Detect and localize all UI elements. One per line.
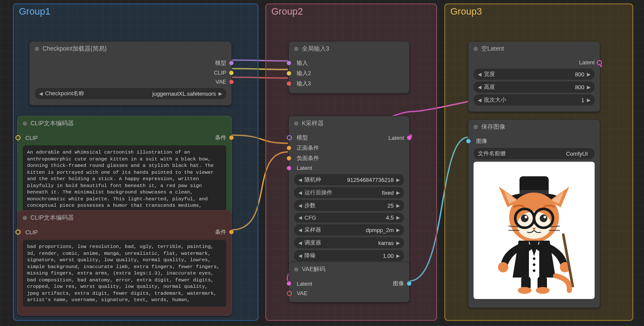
- param-seed[interactable]: ◀ 随机种 912546847736218 ▶: [294, 174, 404, 185]
- chevron-left-icon[interactable]: ◀: [298, 203, 302, 208]
- positive-prompt-text[interactable]: An adorable and whimsical cartoonish ill…: [23, 145, 226, 219]
- clip-neg-input-label: CLIP: [25, 229, 38, 235]
- port-latent-out[interactable]: [407, 136, 411, 140]
- port-latent-in[interactable]: [287, 166, 291, 170]
- chevron-left-icon[interactable]: ◀: [478, 97, 481, 103]
- param-cfg[interactable]: ◀ CFG 4.5 ▶: [294, 213, 404, 223]
- collapse-dot-icon[interactable]: [294, 47, 298, 51]
- node-title[interactable]: 空Latent: [468, 42, 600, 56]
- port-clip-in[interactable]: [15, 229, 21, 235]
- chevron-left-icon[interactable]: ◀: [298, 177, 302, 183]
- port-in-3[interactable]: [287, 82, 291, 86]
- param-after[interactable]: ◀ 运行后操作 fixed ▶: [294, 187, 404, 198]
- chevron-left-icon[interactable]: ◀: [298, 240, 302, 246]
- collapse-dot-icon[interactable]: [23, 121, 27, 126]
- param-steps[interactable]: ◀ 步数 25 ▶: [294, 200, 404, 211]
- node-title[interactable]: VAE解码: [289, 262, 409, 277]
- port-negative-in[interactable]: [287, 156, 291, 160]
- collapse-dot-icon[interactable]: [294, 267, 298, 272]
- chevron-right-icon[interactable]: ▶: [587, 97, 590, 103]
- chevron-right-icon[interactable]: ▶: [396, 253, 400, 259]
- collapse-dot-icon[interactable]: [474, 47, 478, 51]
- port-model[interactable]: [229, 61, 234, 65]
- output-label-vae: VAE: [216, 78, 226, 85]
- param-width[interactable]: ◀ 宽度 800 ▶: [474, 69, 595, 80]
- node-clip-negative[interactable]: CLIP文本编码器 CLIP 条件 bad proportions, low r…: [17, 210, 232, 316]
- node-vae-decode[interactable]: VAE解码 Latent 图像 VAE: [289, 262, 410, 302]
- chevron-right-icon[interactable]: ▶: [587, 85, 590, 90]
- param-denoise[interactable]: ◀ 降噪 1.00 ▶: [294, 250, 404, 261]
- clip-neg-output-label: 条件: [215, 228, 226, 236]
- port-vae[interactable]: [229, 80, 234, 84]
- vae-image-out-label: 图像: [393, 280, 404, 287]
- ksampler-negative-label: 负面条件: [297, 154, 319, 162]
- negative-prompt-text[interactable]: bad proportions, low resolution, bad, ug…: [23, 240, 226, 307]
- port-in-1[interactable]: [287, 61, 291, 65]
- collapse-dot-icon[interactable]: [474, 125, 478, 129]
- chevron-right-icon[interactable]: ▶: [396, 190, 400, 196]
- param-height[interactable]: ◀ 高度 800 ▶: [474, 82, 595, 93]
- chevron-right-icon[interactable]: ▶: [396, 227, 400, 233]
- port-vae-in[interactable]: [287, 291, 292, 296]
- ksampler-latent-out-label: Latent: [389, 135, 404, 141]
- chevron-left-icon[interactable]: ◀: [39, 91, 43, 97]
- port-image-out[interactable]: [407, 281, 411, 286]
- port-conditioning-out[interactable]: [229, 136, 234, 140]
- chevron-left-icon[interactable]: ◀: [298, 215, 302, 220]
- chevron-left-icon[interactable]: ◀: [298, 253, 302, 259]
- param-filename-prefix[interactable]: 文件名前缀 ComfyUI: [474, 148, 595, 159]
- port-conditioning-out[interactable]: [229, 230, 234, 234]
- collapse-dot-icon[interactable]: [294, 121, 298, 126]
- port-image-in[interactable]: [466, 139, 471, 143]
- node-global-input[interactable]: 全局输入3 输入 输入2 输入3: [289, 41, 410, 94]
- input-1-label: 输入: [297, 59, 308, 67]
- input-3-label: 输入3: [297, 80, 311, 88]
- chevron-left-icon[interactable]: ◀: [298, 190, 302, 196]
- ksampler-model-label: 模型: [297, 134, 308, 142]
- port-latent-out[interactable]: [597, 60, 602, 65]
- port-latent-in[interactable]: [287, 281, 291, 286]
- node-title[interactable]: 全局输入3: [289, 42, 409, 56]
- chevron-left-icon[interactable]: ◀: [478, 85, 481, 90]
- port-clip-in[interactable]: [15, 135, 21, 140]
- chevron-right-icon[interactable]: ▶: [396, 240, 400, 246]
- group-3-label: Group3: [450, 6, 482, 17]
- chevron-right-icon[interactable]: ▶: [396, 177, 400, 183]
- svg-point-26: [536, 287, 550, 294]
- chevron-right-icon[interactable]: ▶: [396, 203, 400, 208]
- collapse-dot-icon[interactable]: [35, 47, 39, 51]
- node-save-image[interactable]: 保存图像 图像 文件名前缀 ComfyUI: [468, 119, 600, 308]
- port-in-2[interactable]: [287, 71, 291, 75]
- output-image-preview[interactable]: [474, 162, 595, 299]
- node-title[interactable]: CLIP文本编码器: [18, 211, 231, 225]
- chevron-left-icon[interactable]: ◀: [478, 72, 481, 77]
- vae-latent-label: Latent: [297, 281, 312, 287]
- port-clip[interactable]: [229, 71, 234, 75]
- svg-point-20: [498, 262, 508, 272]
- node-title[interactable]: 保存图像: [468, 120, 600, 134]
- param-scheduler[interactable]: ◀ 调度器 karras ▶: [294, 237, 404, 248]
- chevron-right-icon[interactable]: ▶: [587, 72, 590, 77]
- chevron-left-icon[interactable]: ◀: [298, 227, 302, 233]
- checkpoint-selector[interactable]: ◀ Checkpoint名称 juggernautXL.safetensors …: [35, 88, 226, 99]
- empty-latent-out-label: Latent: [579, 59, 595, 66]
- node-checkpoint-loader[interactable]: Checkpoint加载器(简易) 模型 CLIP VAE ◀ Checkpoi…: [29, 41, 232, 106]
- group-2-label: Group2: [271, 6, 303, 17]
- global-input-title: 全局输入3: [302, 45, 329, 53]
- param-batch[interactable]: ◀ 批次大小 1 ▶: [474, 94, 595, 106]
- node-ksampler[interactable]: K采样器 模型 Latent 正面条件 负面条件 Latent ◀ 随机种 91…: [289, 116, 410, 268]
- node-empty-latent[interactable]: 空Latent Latent ◀ 宽度 800 ▶ ◀ 高度 800 ▶ ◀ 批…: [468, 41, 600, 112]
- collapse-dot-icon[interactable]: [23, 216, 27, 220]
- clip-pos-title: CLIP文本编码器: [30, 120, 74, 127]
- port-positive-in[interactable]: [287, 146, 291, 150]
- checkpoint-param-value: juggernautXL.safetensors: [152, 91, 219, 97]
- node-title[interactable]: Checkpoint加载器(简易): [30, 42, 231, 56]
- cat-illustration-icon: [478, 166, 590, 295]
- node-title[interactable]: CLIP文本编码器: [18, 116, 231, 131]
- chevron-right-icon[interactable]: ▶: [396, 215, 400, 220]
- svg-point-10: [525, 216, 527, 218]
- port-model-in[interactable]: [287, 135, 292, 140]
- param-sampler[interactable]: ◀ 采样器 dpmpp_2m ▶: [294, 224, 404, 235]
- chevron-right-icon[interactable]: ▶: [219, 91, 222, 97]
- node-title[interactable]: K采样器: [289, 116, 409, 131]
